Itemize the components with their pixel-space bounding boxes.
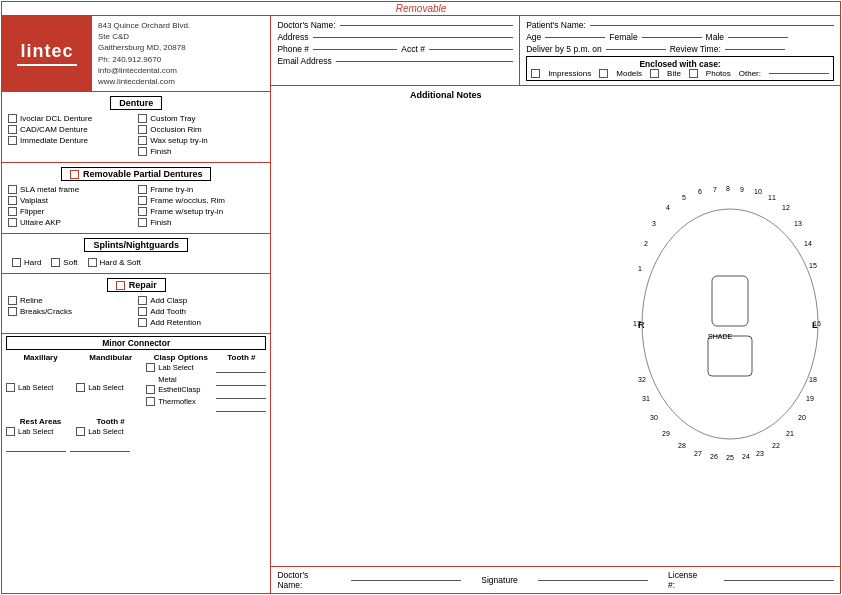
doctors-name-line[interactable] <box>340 25 513 26</box>
splint-soft-cb[interactable] <box>51 258 60 267</box>
rest-labselect-cb[interactable] <box>6 427 15 436</box>
male-line[interactable] <box>728 37 788 38</box>
repair-addclasp-cb[interactable] <box>138 296 147 305</box>
l-label: L <box>812 320 818 330</box>
rest-empty1 <box>146 427 215 438</box>
email-line[interactable] <box>336 61 513 62</box>
bottom-signature-line[interactable] <box>538 580 648 581</box>
photos-cb[interactable] <box>689 69 698 78</box>
minor-clasp-labselect-cb[interactable] <box>146 363 155 372</box>
models-cb[interactable] <box>599 69 608 78</box>
denture-cadcam-checkbox[interactable] <box>8 125 17 134</box>
tooth-num-25: 25 <box>726 454 734 461</box>
partial-ultaire-cb[interactable] <box>8 218 17 227</box>
denture-wax-checkbox[interactable] <box>138 136 147 145</box>
repair-addretention-cb[interactable] <box>138 318 147 327</box>
partial-title-checkbox[interactable] <box>70 170 79 179</box>
partial-frametry-cb[interactable] <box>138 185 147 194</box>
repair-left-col: Reline Breaks/Cracks <box>8 296 134 329</box>
other-line[interactable] <box>769 73 829 74</box>
rest-labselect-label: Lab Select <box>18 427 53 436</box>
partial-valplast-cb[interactable] <box>8 196 17 205</box>
tooth-num-28: 28 <box>678 442 686 449</box>
tooth-num-8: 8 <box>726 186 730 192</box>
minor-clasp-thermo-cb[interactable] <box>146 397 155 406</box>
patients-name-row: Patient's Name: <box>526 20 834 30</box>
dental-diagram-area: 1 2 3 4 5 6 7 8 9 10 11 12 13 14 <box>620 86 840 566</box>
denture-ivoclar-checkbox[interactable] <box>8 114 17 123</box>
denture-finish: Finish <box>138 147 264 156</box>
address-line2: Ste C&D <box>98 31 264 42</box>
splint-hard-label: Hard <box>24 258 41 267</box>
bottom-doctors-name-line[interactable] <box>351 580 461 581</box>
female-line[interactable] <box>642 37 702 38</box>
partial-title: Removable Partial Dentures <box>83 169 203 179</box>
repair-breaks-cb[interactable] <box>8 307 17 316</box>
review-line[interactable] <box>725 49 785 50</box>
minor-mand-cb[interactable] <box>76 383 85 392</box>
repair-reline-cb[interactable] <box>8 296 17 305</box>
bottom-license-line[interactable] <box>724 580 834 581</box>
partial-frameocclus-cb[interactable] <box>138 196 147 205</box>
additional-notes-title: Additional Notes <box>277 90 614 100</box>
rest-tooth-cb[interactable] <box>76 427 85 436</box>
impressions-cb[interactable] <box>531 69 540 78</box>
repair-addtooth-cb[interactable] <box>138 307 147 316</box>
other-label: Other: <box>739 69 761 78</box>
phone-row: Phone # Acct # <box>277 44 513 54</box>
denture-immediate-label: Immediate Denture <box>20 136 88 145</box>
website: www.lintecdental.com <box>98 76 264 87</box>
minor-clasp-esthetic-cb[interactable] <box>146 385 155 394</box>
denture-finish-checkbox[interactable] <box>138 147 147 156</box>
splint-soft-label: Soft <box>63 258 77 267</box>
deliver-row: Deliver by 5 p.m. on Review Time: <box>526 44 834 54</box>
acct-line[interactable] <box>429 49 513 50</box>
partial-section: Removable Partial Dentures SLA metal fra… <box>2 163 270 234</box>
splints-section: Splints/Nightguards Hard Soft Hard & Sof… <box>2 234 270 274</box>
denture-immediate-checkbox[interactable] <box>8 136 17 145</box>
partial-flipper-cb[interactable] <box>8 207 17 216</box>
tooth-num-21: 21 <box>786 430 794 437</box>
address-label: Address <box>277 32 308 42</box>
minor-max-cb[interactable] <box>6 383 15 392</box>
splint-hardsoft: Hard & Soft <box>88 258 141 267</box>
denture-custom-checkbox[interactable] <box>138 114 147 123</box>
patients-name-line[interactable] <box>590 25 834 26</box>
bite-cb[interactable] <box>650 69 659 78</box>
phone-line[interactable] <box>313 49 397 50</box>
splints-title: Splints/Nightguards <box>93 240 179 250</box>
partial-title-bar: Removable Partial Dentures <box>61 167 212 181</box>
tooth-num-22: 22 <box>772 442 780 449</box>
denture-ivoclar: Ivoclar DCL Denture <box>8 114 134 123</box>
tooth-num-15: 15 <box>809 262 817 269</box>
rest-spacer2 <box>216 417 266 426</box>
splint-hard: Hard <box>12 258 41 267</box>
partial-framesetup-cb[interactable] <box>138 207 147 216</box>
repair-title-checkbox[interactable] <box>116 281 125 290</box>
address-line1: 843 Quince Orchard Blvd. <box>98 20 264 31</box>
denture-occlusion-checkbox[interactable] <box>138 125 147 134</box>
splint-hardsoft-cb[interactable] <box>88 258 97 267</box>
tooth-num-6: 6 <box>698 188 702 195</box>
partial-ultaire-label: Ultaire AKP <box>20 218 61 227</box>
logo-underline <box>17 64 77 66</box>
address-line-input[interactable] <box>313 37 514 38</box>
splints-title-bar: Splints/Nightguards <box>84 238 188 252</box>
rest-tooth-header: Tooth # <box>76 417 145 426</box>
deliver-line[interactable] <box>606 49 666 50</box>
denture-cadcam: CAD/CAM Denture <box>8 125 134 134</box>
partial-sla-cb[interactable] <box>8 185 17 194</box>
patient-fields: Patient's Name: Age Female Male Deliver … <box>520 16 840 85</box>
review-label: Review Time: <box>670 44 721 54</box>
splints-options-row: Hard Soft Hard & Soft <box>8 256 264 269</box>
acct-label: Acct # <box>401 44 425 54</box>
partial-finish-cb[interactable] <box>138 218 147 227</box>
tooth-num-2: 2 <box>644 240 648 247</box>
denture-wax-label: Wax setup try-in <box>150 136 208 145</box>
phone-label: Phone # <box>277 44 309 54</box>
email-label: Email Address <box>277 56 331 66</box>
email: info@lintecdental.com <box>98 65 264 76</box>
splint-hard-cb[interactable] <box>12 258 21 267</box>
bottom-signature: Doctor's Name: Signature License #: <box>271 566 840 593</box>
age-line[interactable] <box>545 37 605 38</box>
